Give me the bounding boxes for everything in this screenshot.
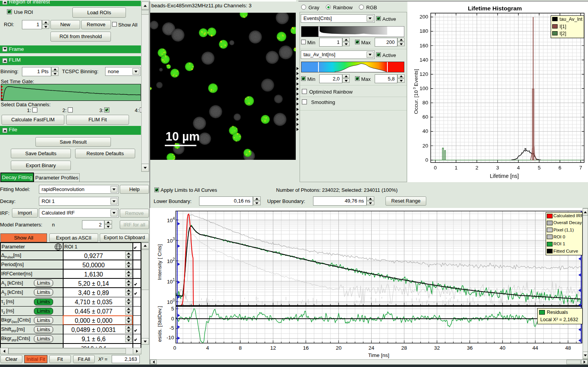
svg-text:10 µm: 10 µm: [166, 130, 200, 143]
